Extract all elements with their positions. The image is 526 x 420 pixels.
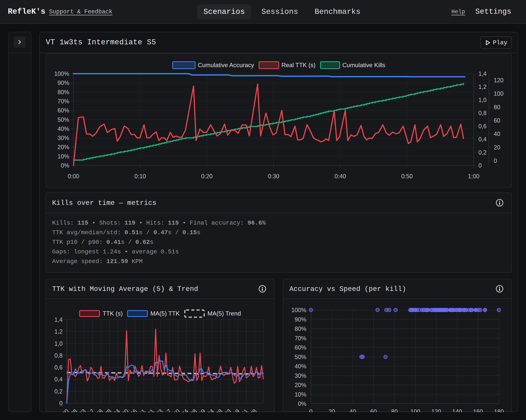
svg-text:20: 20: [494, 144, 500, 151]
svg-text:100%: 100%: [291, 307, 306, 313]
svg-text:30%: 30%: [58, 135, 69, 141]
svg-text:80%: 80%: [295, 326, 306, 332]
svg-text:0: 0: [494, 157, 497, 164]
svg-text:20%: 20%: [295, 382, 306, 388]
svg-text:0,8: 0,8: [54, 352, 62, 359]
svg-text:10%: 10%: [58, 153, 69, 160]
svg-text:40%: 40%: [295, 363, 306, 370]
svg-text:0,4: 0,4: [478, 136, 486, 143]
svg-text:80%: 80%: [58, 89, 69, 95]
svg-text:100: 100: [494, 90, 504, 97]
svg-text:60%: 60%: [58, 107, 69, 114]
svg-text:0:10: 0:10: [134, 173, 146, 180]
svg-text:70%: 70%: [295, 335, 306, 342]
svg-text:0%: 0%: [298, 400, 306, 407]
svg-text:50%: 50%: [295, 354, 306, 360]
svg-text:0:20: 0:20: [201, 173, 213, 180]
svg-text:0%: 0%: [61, 162, 69, 169]
svg-text:0:00: 0:00: [68, 173, 79, 180]
svg-text:90%: 90%: [58, 80, 69, 86]
svg-text:0,4: 0,4: [54, 376, 62, 383]
svg-text:10%: 10%: [295, 391, 306, 398]
svg-text:0,8: 0,8: [478, 110, 486, 116]
svg-text:0:40: 0:40: [334, 173, 346, 180]
svg-text:50%: 50%: [58, 116, 69, 123]
svg-text:1:00: 1:00: [468, 173, 479, 180]
svg-text:0,6: 0,6: [54, 364, 62, 371]
svg-text:40%: 40%: [58, 125, 69, 132]
svg-text:20%: 20%: [58, 144, 69, 150]
svg-text:60: 60: [494, 117, 500, 124]
svg-text:80: 80: [494, 104, 500, 111]
svg-text:120: 120: [494, 77, 504, 84]
svg-text:40: 40: [494, 131, 500, 137]
svg-text:70%: 70%: [58, 98, 69, 105]
svg-text:1,0: 1,0: [54, 340, 62, 347]
svg-text:100%: 100%: [54, 71, 69, 77]
svg-text:60%: 60%: [295, 344, 306, 351]
svg-text:1,0: 1,0: [478, 97, 486, 103]
svg-text:1,2: 1,2: [54, 328, 62, 335]
svg-text:1,4: 1,4: [54, 316, 62, 323]
svg-text:90%: 90%: [295, 316, 306, 323]
svg-text:0:50: 0:50: [401, 173, 413, 180]
svg-text:0: 0: [59, 400, 62, 407]
svg-text:0:30: 0:30: [268, 173, 279, 180]
svg-text:0: 0: [478, 162, 482, 169]
svg-text:0,6: 0,6: [478, 123, 486, 130]
svg-text:1,2: 1,2: [478, 83, 486, 90]
svg-text:30%: 30%: [295, 372, 306, 379]
svg-text:0,2: 0,2: [54, 388, 62, 395]
svg-text:1,4: 1,4: [478, 71, 486, 77]
svg-text:0,2: 0,2: [478, 149, 486, 156]
